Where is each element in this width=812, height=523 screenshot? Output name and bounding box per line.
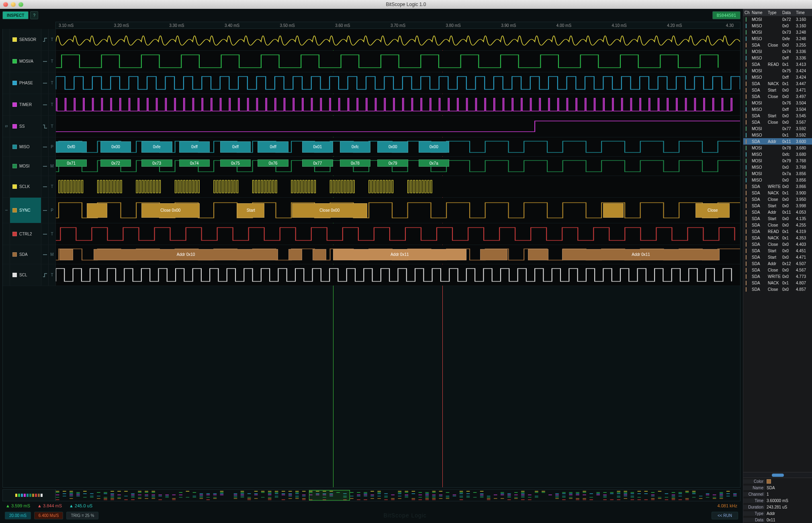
channel-label[interactable]: SS — [10, 116, 41, 137]
decoded-value[interactable]: 0x72 — [100, 159, 131, 167]
decoded-value[interactable]: Addr 0x11 — [333, 249, 466, 260]
channel-palette[interactable] — [2, 489, 55, 501]
decoded-value[interactable]: 0x77 — [302, 159, 333, 167]
trigger-edge-icon[interactable] — [41, 72, 49, 94]
event-hscroll[interactable] — [743, 472, 812, 478]
event-row[interactable]: SDAAddr0x124.507 — [743, 260, 812, 267]
trigger-edge-icon[interactable] — [41, 176, 49, 197]
samplerate-chip[interactable]: 6.400 Ms/S — [34, 512, 63, 519]
decoded-value[interactable]: 0x71 — [56, 159, 87, 167]
decoded-value[interactable] — [480, 249, 507, 260]
waveform-lane[interactable]: 0xf00x000xfe0xff0xff0xff0x010xfc0x000x00 — [56, 137, 740, 156]
waveform-lane[interactable] — [56, 176, 740, 197]
device-id[interactable]: BS044501 — [712, 11, 740, 19]
event-row[interactable]: SDANACK0x13.447 — [743, 80, 812, 87]
decoded-value[interactable]: 0x76 — [258, 159, 288, 167]
event-row[interactable]: SDAREAD0x14.319 — [743, 228, 812, 235]
decoded-value[interactable]: 0x7a — [419, 159, 450, 167]
channel-mode[interactable]: T — [49, 29, 56, 50]
trigger-edge-icon[interactable] — [41, 157, 49, 176]
inspect-button[interactable]: INSPECT — [2, 11, 29, 19]
waveform-lane[interactable]: Close 0x00StartClose 0x00Close — [56, 198, 740, 223]
channel-mode[interactable]: P — [49, 198, 56, 223]
waveform-lane[interactable] — [56, 72, 740, 94]
decoded-value[interactable]: Addr 0x11 — [562, 249, 720, 260]
decoded-value[interactable]: 0x00 — [377, 141, 408, 153]
event-row[interactable]: MISO0xff3.504 — [743, 106, 812, 112]
channel-label[interactable]: SDA — [10, 245, 41, 264]
channel-label[interactable]: SENSOR — [10, 29, 41, 50]
event-row[interactable]: SDAClose0x03.497 — [743, 93, 812, 100]
timebase-chip[interactable]: 20.00 mS — [5, 512, 31, 519]
event-row[interactable]: SDAClose0x03.567 — [743, 119, 812, 125]
decoded-value[interactable]: 0x75 — [220, 159, 251, 167]
event-row[interactable]: MOSI0x773.592 — [743, 125, 812, 132]
event-row[interactable]: SDANACK0x13.900 — [743, 190, 812, 196]
waveform-lane[interactable] — [56, 223, 740, 245]
channel-label[interactable]: MOSI — [10, 157, 41, 176]
event-row[interactable]: SDAWRITE0x03.866 — [743, 183, 812, 190]
event-row[interactable]: SDAStart0x04.451 — [743, 247, 812, 254]
run-button[interactable]: << RUN — [712, 512, 738, 519]
overview-waveform[interactable] — [55, 489, 740, 501]
event-row[interactable]: SDAClose0x03.950 — [743, 196, 812, 202]
decoded-value[interactable]: 0x78 — [340, 159, 371, 167]
decoded-value[interactable]: Start — [237, 203, 264, 218]
channel-label[interactable]: MISO — [10, 137, 41, 156]
channel-label[interactable]: SYNC — [10, 198, 41, 223]
event-row[interactable]: MISO0xff3.336 — [743, 55, 812, 61]
channel-mode[interactable]: M — [49, 157, 56, 176]
trigger-edge-icon[interactable] — [41, 94, 49, 115]
decoded-value[interactable]: 0xff — [220, 141, 251, 153]
event-row[interactable]: SDAWRITE0x04.773 — [743, 273, 812, 280]
event-row[interactable]: SDAAddr0x113.600 — [743, 138, 812, 145]
decoded-value[interactable]: Addr 0x10 — [94, 249, 278, 260]
decoded-value[interactable] — [59, 249, 73, 260]
event-row[interactable]: SDAREAD0x13.413 — [743, 61, 812, 67]
channel-mode[interactable]: T — [49, 72, 56, 94]
channel-label[interactable]: SCLK — [10, 176, 41, 197]
event-row[interactable]: MISO0x03.856 — [743, 177, 812, 183]
event-row[interactable]: SDAAddr0x114.053 — [743, 209, 812, 215]
channel-mode[interactable]: T — [49, 94, 56, 115]
trigger-edge-icon[interactable] — [41, 116, 49, 137]
channel-label[interactable]: SCL — [10, 264, 41, 286]
event-row[interactable]: SDAStart0x03.471 — [743, 87, 812, 93]
decoded-value[interactable]: 0x01 — [302, 141, 333, 153]
event-row[interactable]: SDAClose0x04.567 — [743, 267, 812, 273]
trigger-edge-icon[interactable] — [41, 198, 49, 223]
waveform-lane[interactable]: 0x710x720x730x740x750x760x770x780x790x7a — [56, 157, 740, 176]
channel-mode[interactable]: T — [49, 264, 56, 286]
channel-mode[interactable]: T — [49, 176, 56, 197]
help-button[interactable]: ? — [30, 11, 38, 19]
time-ruler[interactable]: 3.10 mS3.20 mS3.30 mS3.40 mS3.50 mS3.60 … — [55, 22, 740, 29]
event-row[interactable]: MISO0x13.592 — [743, 132, 812, 138]
decoded-value[interactable] — [313, 249, 326, 260]
decoded-value[interactable]: 0xf0 — [56, 141, 87, 153]
decoded-value[interactable]: 0xfe — [141, 141, 172, 153]
event-row[interactable]: MISO0x03.160 — [743, 22, 812, 29]
decoded-value[interactable] — [528, 249, 548, 260]
channel-mode[interactable]: M — [49, 245, 56, 264]
event-row[interactable]: SDANACK0x14.807 — [743, 280, 812, 286]
event-row[interactable]: SDAStart0x04.135 — [743, 215, 812, 222]
trigger-edge-icon[interactable] — [41, 137, 49, 156]
event-row[interactable]: MOSI0x753.424 — [743, 67, 812, 74]
channel-mode[interactable]: T — [49, 223, 56, 245]
trigger-chip[interactable]: TRIG = 25 % — [66, 512, 98, 519]
decoded-value[interactable]: 0x00 — [419, 141, 450, 153]
event-row[interactable]: MISO0xfc3.680 — [743, 151, 812, 157]
channel-label[interactable]: CTRL2 — [10, 223, 41, 245]
overview-selection[interactable] — [309, 490, 350, 501]
event-row[interactable]: SDAClose0x04.857 — [743, 286, 812, 292]
event-row[interactable]: MOSI0x733.248 — [743, 29, 812, 35]
event-row[interactable]: MISO0xfe3.248 — [743, 35, 812, 42]
channel-mode[interactable]: P — [49, 137, 56, 156]
event-row[interactable]: MOSI0x793.768 — [743, 157, 812, 164]
event-row[interactable]: SDAStart0x03.545 — [743, 112, 812, 119]
decoded-value[interactable]: 0x79 — [377, 159, 408, 167]
decoded-value[interactable]: Close 0x00 — [292, 203, 367, 218]
waveform-lane[interactable] — [56, 116, 740, 137]
decoded-value[interactable]: 0xfc — [340, 141, 371, 153]
decoded-value[interactable]: 0x73 — [141, 159, 172, 167]
